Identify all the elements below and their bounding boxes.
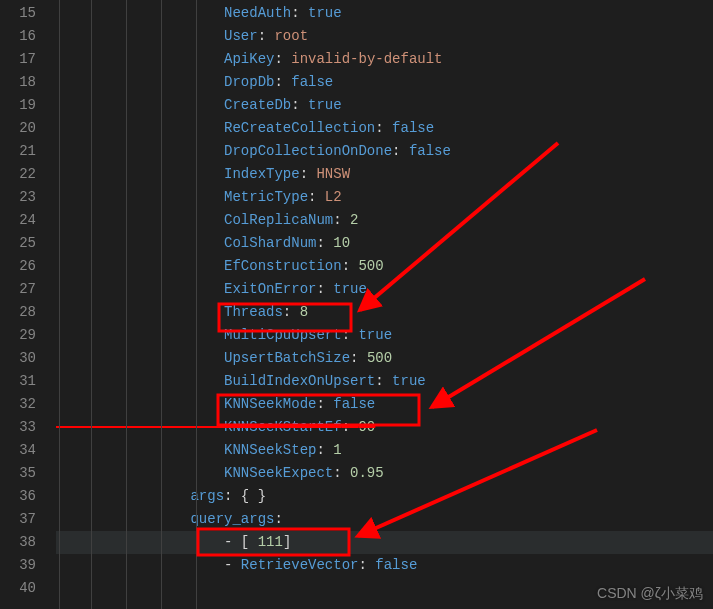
- yaml-value: root: [274, 28, 308, 44]
- yaml-key: CreateDb: [224, 97, 291, 113]
- yaml-key: query_args: [190, 511, 274, 527]
- yaml-key: RetrieveVector: [241, 557, 359, 573]
- yaml-value: 8: [300, 304, 308, 320]
- gutter-line-number: 15: [0, 2, 36, 25]
- yaml-key: NeedAuth: [224, 5, 291, 21]
- yaml-key: ApiKey: [224, 51, 274, 67]
- yaml-value: false: [409, 143, 451, 159]
- code-line[interactable]: DropCollectionOnDone: false: [56, 140, 713, 163]
- code-line[interactable]: BuildIndexOnUpsert: true: [56, 370, 713, 393]
- list-dash: -: [224, 557, 241, 573]
- code-line[interactable]: - RetrieveVector: false: [56, 554, 713, 577]
- gutter-line-number: 27: [0, 278, 36, 301]
- yaml-value: false: [375, 557, 417, 573]
- yaml-key: KNNSeekMode: [224, 396, 316, 412]
- yaml-value: HNSW: [316, 166, 350, 182]
- gutter-line-number: 19: [0, 94, 36, 117]
- code-line[interactable]: ApiKey: invalid-by-default: [56, 48, 713, 71]
- code-line[interactable]: DropDb: false: [56, 71, 713, 94]
- yaml-key: MetricType: [224, 189, 308, 205]
- code-line[interactable]: EfConstruction: 500: [56, 255, 713, 278]
- yaml-key: User: [224, 28, 258, 44]
- code-line[interactable]: UpsertBatchSize: 500: [56, 347, 713, 370]
- gutter-line-number: 37: [0, 508, 36, 531]
- yaml-value: false: [392, 120, 434, 136]
- yaml-key: DropCollectionOnDone: [224, 143, 392, 159]
- yaml-value: L2: [325, 189, 342, 205]
- yaml-value: false: [291, 74, 333, 90]
- yaml-key: KNNSeekStep: [224, 442, 316, 458]
- gutter-line-number: 30: [0, 347, 36, 370]
- code-line[interactable]: KNNSeeKStartEf: 90: [56, 416, 713, 439]
- yaml-key: MultiCpuUpsert: [224, 327, 342, 343]
- code-line[interactable]: ColShardNum: 10: [56, 232, 713, 255]
- gutter-line-number: 38: [0, 531, 36, 554]
- code-line[interactable]: IndexType: HNSW: [56, 163, 713, 186]
- yaml-value: 2: [350, 212, 358, 228]
- yaml-key: EfConstruction: [224, 258, 342, 274]
- gutter-line-number: 32: [0, 393, 36, 416]
- yaml-value: 90: [358, 419, 375, 435]
- yaml-value: 111: [258, 534, 283, 550]
- list-dash: -: [224, 534, 241, 550]
- gutter-line-number: 35: [0, 462, 36, 485]
- gutter-line-number: 21: [0, 140, 36, 163]
- gutter-line-number: 24: [0, 209, 36, 232]
- yaml-value: 500: [367, 350, 392, 366]
- gutter-line-number: 26: [0, 255, 36, 278]
- yaml-value: true: [392, 373, 426, 389]
- code-line[interactable]: KNNSeekMode: false: [56, 393, 713, 416]
- yaml-key: UpsertBatchSize: [224, 350, 350, 366]
- yaml-value: true: [308, 5, 342, 21]
- yaml-value: false: [333, 396, 375, 412]
- code-line[interactable]: Threads: 8: [56, 301, 713, 324]
- code-line[interactable]: KNNSeekExpect: 0.95: [56, 462, 713, 485]
- gutter-line-number: 22: [0, 163, 36, 186]
- yaml-key: IndexType: [224, 166, 300, 182]
- code-line[interactable]: NeedAuth: true: [56, 2, 713, 25]
- gutter-line-number: 16: [0, 25, 36, 48]
- code-line[interactable]: ReCreateCollection: false: [56, 117, 713, 140]
- yaml-value: 500: [358, 258, 383, 274]
- gutter-line-number: 33: [0, 416, 36, 439]
- gutter-line-number: 40: [0, 577, 36, 600]
- yaml-key: ExitOnError: [224, 281, 316, 297]
- gutter-line-number: 17: [0, 48, 36, 71]
- yaml-value: 10: [333, 235, 350, 251]
- code-line[interactable]: query_args:: [56, 508, 713, 531]
- gutter-line-number: 25: [0, 232, 36, 255]
- yaml-key: KNNSeekExpect: [224, 465, 333, 481]
- yaml-key: Threads: [224, 304, 283, 320]
- gutter-line-number: 31: [0, 370, 36, 393]
- yaml-key: BuildIndexOnUpsert: [224, 373, 375, 389]
- gutter-line-number: 18: [0, 71, 36, 94]
- yaml-key: KNNSeeKStartEf: [224, 419, 342, 435]
- yaml-value: 0.95: [350, 465, 384, 481]
- code-line[interactable]: MultiCpuUpsert: true: [56, 324, 713, 347]
- gutter-line-number: 36: [0, 485, 36, 508]
- code-line[interactable]: - [ 111]: [56, 531, 713, 554]
- gutter-line-number: 28: [0, 301, 36, 324]
- gutter-line-number: 29: [0, 324, 36, 347]
- yaml-key: DropDb: [224, 74, 274, 90]
- yaml-key: ReCreateCollection: [224, 120, 375, 136]
- code-line[interactable]: ExitOnError: true: [56, 278, 713, 301]
- code-line[interactable]: User: root: [56, 25, 713, 48]
- code-line[interactable]: MetricType: L2: [56, 186, 713, 209]
- yaml-value: { }: [241, 488, 266, 504]
- code-line[interactable]: KNNSeekStep: 1: [56, 439, 713, 462]
- code-line[interactable]: args: { }: [56, 485, 713, 508]
- yaml-value: true: [333, 281, 367, 297]
- code-line[interactable]: ColReplicaNum: 2: [56, 209, 713, 232]
- watermark: CSDN @ζ小菜鸡: [597, 585, 703, 603]
- yaml-value: true: [308, 97, 342, 113]
- gutter-line-number: 20: [0, 117, 36, 140]
- yaml-value: invalid-by-default: [291, 51, 442, 67]
- yaml-value: 1: [333, 442, 341, 458]
- code-line[interactable]: CreateDb: true: [56, 94, 713, 117]
- gutter-line-number: 39: [0, 554, 36, 577]
- yaml-key: ColShardNum: [224, 235, 316, 251]
- gutter-line-number: 23: [0, 186, 36, 209]
- yaml-value: true: [358, 327, 392, 343]
- yaml-key: ColReplicaNum: [224, 212, 333, 228]
